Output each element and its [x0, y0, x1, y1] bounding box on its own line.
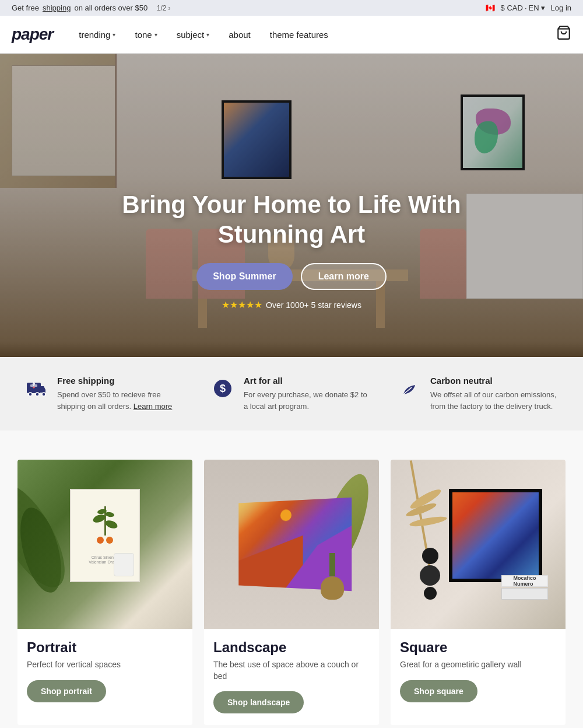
feature-carbon-neutral: Carbon neutral We offset all of our carb… [396, 376, 560, 412]
shop-landscape-button[interactable]: Shop landscape [213, 691, 304, 713]
shop-square-button[interactable]: Shop square [400, 680, 477, 702]
banner-shipping-link[interactable]: shipping [43, 4, 71, 12]
feature-art-for-all: $ Art for all For every purchase, we don… [210, 376, 373, 412]
review-text: Over 1000+ 5 star reviews [266, 300, 361, 310]
product-desc-square: Great for a geometiric gallery wall [400, 659, 556, 671]
feature-art-text: Art for all For every purchase, we donat… [244, 376, 373, 412]
login-link[interactable]: Log in [551, 4, 571, 12]
shop-summer-button[interactable]: Shop Summer [196, 263, 292, 290]
product-image-square: MocaficoNumero [391, 460, 566, 629]
currency-selector[interactable]: $ CAD · EN ▾ [501, 4, 545, 12]
product-title-square: Square [400, 639, 556, 656]
banner-message: Get free shipping on all orders over $50… [12, 4, 170, 12]
banner-text-after: on all orders over $50 [74, 4, 147, 12]
nav-item-about[interactable]: about [220, 25, 259, 44]
currency-separator: · [525, 4, 527, 12]
shop-portrait-button[interactable]: Shop portrait [27, 680, 106, 702]
chevron-down-icon: ▾ [113, 32, 115, 38]
nav-item-tone[interactable]: tone ▾ [127, 25, 165, 44]
learn-more-shipping-link[interactable]: Learn more [134, 402, 172, 411]
site-logo[interactable]: paper [12, 25, 53, 44]
chevron-icon: › [168, 4, 170, 12]
product-image-landscape [204, 460, 379, 629]
feature-free-shipping: Free shipping Spend over $50 to recieve … [23, 376, 187, 412]
shipping-icon [23, 376, 49, 401]
banner-right: 🇨🇦 $ CAD · EN ▾ Log in [486, 4, 571, 12]
product-desc-portrait: Perfect for vertical spaces [27, 659, 183, 671]
hero-title: Bring Your Home to Life With Stunning Ar… [117, 190, 466, 249]
nav-links: trending ▾ tone ▾ subject ▾ about theme … [71, 25, 556, 44]
product-card-landscape: Landscape The best use of space above a … [204, 460, 379, 725]
product-title-portrait: Portrait [27, 639, 183, 656]
nav-item-subject[interactable]: subject ▾ [168, 25, 218, 44]
main-nav: paper trending ▾ tone ▾ subject ▾ about … [0, 16, 583, 54]
chevron-down-icon: ▾ [541, 4, 545, 12]
svg-point-4 [36, 393, 39, 396]
features-strip: Free shipping Spend over $50 to recieve … [0, 357, 583, 430]
product-info-landscape: Landscape The best use of space above a … [204, 629, 379, 725]
feature-shipping-text: Free shipping Spend over $50 to recieve … [57, 376, 187, 412]
hero-reviews: ★★★★★ Over 1000+ 5 star reviews [0, 299, 583, 310]
leaf-icon [396, 376, 422, 401]
chevron-down-icon: ▾ [154, 32, 157, 38]
product-desc-landscape: The best use of space above a couch or b… [213, 659, 370, 682]
star-rating: ★★★★★ [222, 299, 262, 310]
banner-pagination: 1/2 › [157, 4, 171, 12]
product-title-landscape: Landscape [213, 639, 370, 656]
product-image-portrait: Citrus SinensisValencian Orange [17, 460, 192, 629]
product-info-portrait: Portrait Perfect for vertical spaces Sho… [17, 629, 192, 714]
chevron-down-icon: ▾ [206, 32, 209, 38]
product-grid: Citrus SinensisValencian Orange Portrait… [17, 460, 566, 725]
svg-point-3 [29, 393, 32, 396]
svg-text:$: $ [220, 383, 226, 394]
cart-icon[interactable] [556, 25, 571, 44]
nav-item-theme-features[interactable]: theme features [262, 25, 336, 44]
top-banner: Get free shipping on all orders over $50… [0, 0, 583, 16]
hero-buttons: Shop Summer Learn more [0, 263, 583, 290]
svg-point-5 [42, 393, 45, 396]
product-section: Citrus SinensisValencian Orange Portrait… [0, 430, 583, 728]
hero-content: Bring Your Home to Life With Stunning Ar… [0, 190, 583, 310]
product-card-square: MocaficoNumero Square Great for a geomet… [391, 460, 566, 725]
learn-more-button[interactable]: Learn more [301, 263, 387, 290]
nav-item-trending[interactable]: trending ▾ [71, 25, 124, 44]
hero-section: Bring Your Home to Life With Stunning Ar… [0, 54, 583, 357]
banner-text: Get free [12, 4, 39, 12]
product-card-portrait: Citrus SinensisValencian Orange Portrait… [17, 460, 192, 725]
product-info-square: Square Great for a geometiric gallery wa… [391, 629, 566, 714]
dollar-icon: $ [210, 376, 236, 401]
flag-icon: 🇨🇦 [486, 4, 495, 12]
feature-carbon-text: Carbon neutral We offset all of our carb… [430, 376, 560, 412]
